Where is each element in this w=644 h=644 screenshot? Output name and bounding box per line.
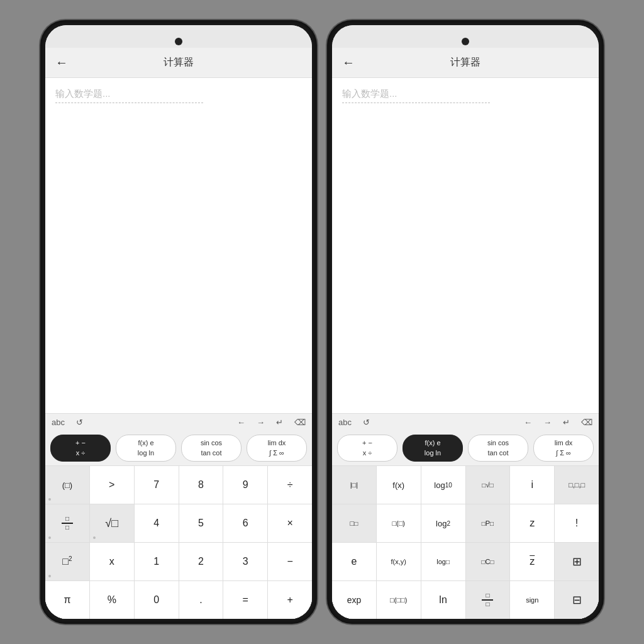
- key-equals[interactable]: =: [223, 581, 267, 619]
- input-area-right: 输入数学题...: [332, 78, 599, 413]
- key-logn[interactable]: log□: [421, 543, 465, 580]
- tab-functions-right[interactable]: f(x) elog ln: [402, 435, 463, 462]
- key-fx[interactable]: f(x): [377, 466, 421, 504]
- status-bar-right: [332, 25, 599, 48]
- key-8[interactable]: 8: [179, 466, 223, 504]
- key-9[interactable]: 9: [223, 466, 267, 504]
- app-title-left: 计算器: [164, 56, 194, 69]
- nav-row-right: abc ↺ ← → ↵ ⌫: [332, 413, 599, 431]
- key-minus[interactable]: −: [268, 543, 312, 580]
- key-fxy[interactable]: f(x,y): [377, 543, 421, 580]
- tab-calculus-right[interactable]: lim dx∫ Σ ∞: [533, 435, 594, 462]
- key-ln[interactable]: ln: [421, 581, 465, 619]
- nav-left-arrow[interactable]: ←: [237, 418, 245, 427]
- key-grid-right: |□| f(x) log10 □√□ i □,□,□ □□ □(□) log2 …: [332, 465, 599, 619]
- nav-right-arrow-right[interactable]: →: [543, 418, 552, 427]
- key-log2[interactable]: log2: [421, 504, 465, 542]
- nav-backspace-right[interactable]: ⌫: [581, 418, 592, 427]
- key-pi[interactable]: π: [45, 581, 89, 619]
- nav-abc-left[interactable]: abc: [52, 418, 65, 427]
- key-func3[interactable]: □(□□): [377, 581, 421, 619]
- keyboard-right: abc ↺ ← → ↵ ⌫ + −x ÷ f(x) elog ln: [332, 413, 599, 619]
- key-i[interactable]: i: [510, 466, 554, 504]
- title-bar-left: ← 计算器: [45, 48, 312, 78]
- key-comb[interactable]: □C□: [466, 543, 510, 580]
- key-1[interactable]: 1: [135, 543, 179, 580]
- key-plus[interactable]: +: [268, 581, 312, 619]
- key-binomial[interactable]: □ □: [466, 581, 510, 619]
- nav-history-right[interactable]: ↺: [363, 418, 370, 427]
- key-percent[interactable]: %: [90, 581, 134, 619]
- back-button-right[interactable]: ←: [342, 55, 355, 70]
- nav-row-left: abc ↺ ← → ↵ ⌫: [45, 413, 312, 431]
- camera-dot-right: [462, 38, 469, 45]
- camera-dot-left: [175, 38, 182, 45]
- key-log10[interactable]: log10: [421, 466, 465, 504]
- tab-row-left: + −x ÷ f(x) elog ln sin costan cot lim d…: [45, 431, 312, 465]
- phone-left: ← 计算器 输入数学题... abc ↺ ← → ↵ ⌫ + −x ÷: [40, 20, 317, 624]
- nav-enter-right[interactable]: ↵: [563, 418, 570, 427]
- title-bar-right: ← 计算器: [332, 48, 599, 78]
- key-e[interactable]: e: [332, 543, 376, 580]
- key-factorial[interactable]: !: [555, 504, 599, 542]
- key-tuple[interactable]: □,□,□: [555, 466, 599, 504]
- phones-container: ← 计算器 输入数学题... abc ↺ ← → ↵ ⌫ + −x ÷: [28, 8, 616, 636]
- key-div[interactable]: ÷: [268, 466, 312, 504]
- key-perm[interactable]: □P□: [466, 504, 510, 542]
- key-2[interactable]: 2: [179, 543, 223, 580]
- phone-right: ← 计算器 输入数学题... abc ↺ ← → ↵ ⌫ + −x ÷: [327, 20, 604, 624]
- key-gt[interactable]: >: [90, 466, 134, 504]
- key-abs[interactable]: |□|: [332, 466, 376, 504]
- back-button-left[interactable]: ←: [55, 55, 68, 70]
- key-func-apply[interactable]: □(□): [377, 504, 421, 542]
- nav-left-arrow-right[interactable]: ←: [524, 418, 532, 427]
- key-power[interactable]: □2: [45, 543, 89, 580]
- key-dot[interactable]: .: [179, 581, 223, 619]
- key-4[interactable]: 4: [135, 504, 179, 542]
- tab-trig-right[interactable]: sin costan cot: [468, 435, 528, 462]
- tab-functions-left[interactable]: f(x) elog ln: [116, 435, 176, 462]
- tab-row-right: + −x ÷ f(x) elog ln sin costan cot lim d…: [332, 431, 599, 465]
- key-z[interactable]: z: [510, 504, 554, 542]
- key-mul[interactable]: ×: [268, 504, 312, 542]
- tab-trig-left[interactable]: sin costan cot: [181, 435, 242, 462]
- key-5[interactable]: 5: [179, 504, 223, 542]
- keyboard-left: abc ↺ ← → ↵ ⌫ + −x ÷ f(x) elog ln: [45, 413, 312, 619]
- key-subscript[interactable]: □□: [332, 504, 376, 542]
- key-sign[interactable]: sign: [510, 581, 554, 619]
- key-6[interactable]: 6: [223, 504, 267, 542]
- nav-enter[interactable]: ↵: [276, 418, 283, 427]
- tab-calculus-left[interactable]: lim dx∫ Σ ∞: [247, 435, 307, 462]
- key-nthroot[interactable]: □√□: [466, 466, 510, 504]
- key-sqrt[interactable]: √□: [90, 504, 134, 542]
- key-fraction[interactable]: □ □: [45, 504, 89, 542]
- input-area-left: 输入数学题...: [45, 78, 312, 413]
- status-bar-left: [45, 25, 312, 48]
- key-matrix2[interactable]: ⊟: [555, 581, 599, 619]
- key-matrix[interactable]: ⊞: [555, 543, 599, 580]
- tab-arithmetic-left[interactable]: + −x ÷: [50, 435, 111, 462]
- key-exp[interactable]: exp: [332, 581, 376, 619]
- app-title-right: 计算器: [450, 56, 480, 69]
- math-input-right[interactable]: 输入数学题...: [342, 88, 490, 103]
- key-zbar[interactable]: z: [510, 543, 554, 580]
- key-7[interactable]: 7: [135, 466, 179, 504]
- key-0[interactable]: 0: [135, 581, 179, 619]
- nav-backspace[interactable]: ⌫: [294, 418, 306, 427]
- key-grid-left: (□) > 7 8 9 ÷ □ □: [45, 465, 312, 619]
- tab-arithmetic-right[interactable]: + −x ÷: [337, 435, 397, 462]
- key-paren[interactable]: (□): [45, 466, 89, 504]
- nav-history-left[interactable]: ↺: [76, 418, 83, 427]
- key-3[interactable]: 3: [223, 543, 267, 580]
- nav-right-arrow[interactable]: →: [257, 418, 265, 427]
- key-x[interactable]: x: [90, 543, 134, 580]
- math-input-left[interactable]: 输入数学题...: [55, 88, 203, 103]
- nav-abc-right[interactable]: abc: [338, 418, 352, 427]
